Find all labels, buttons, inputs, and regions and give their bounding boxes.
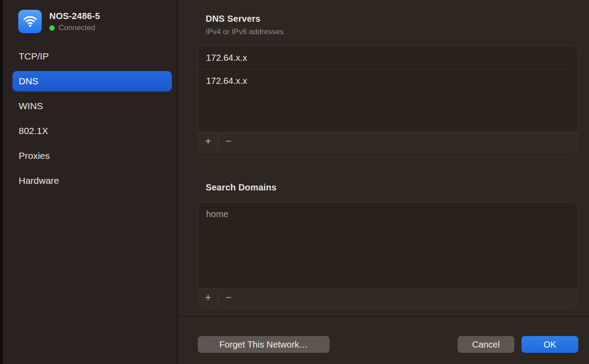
footer-separator: [179, 316, 589, 317]
search-domain-add-button[interactable]: +: [198, 289, 218, 308]
sidebar-item-proxies[interactable]: Proxies: [12, 146, 172, 166]
sidebar-item-tcp-ip[interactable]: TCP/IP: [12, 46, 172, 67]
dns-server-row[interactable]: 172.64.x.x: [198, 46, 569, 69]
dns-servers-listbox: 172.64.x.x172.64.x.x + −: [198, 46, 578, 152]
network-header: NOS-2486-5 Connected: [18, 10, 100, 33]
sidebar-item-hardware[interactable]: Hardware: [12, 170, 172, 191]
search-domains-listbox: home + −: [198, 202, 578, 309]
sidebar: NOS-2486-5 Connected TCP/IPDNSWINS802.1X…: [3, 0, 178, 364]
cancel-button[interactable]: Cancel: [458, 336, 514, 353]
network-status: Connected: [49, 24, 100, 32]
search-domain-remove-button[interactable]: −: [219, 289, 239, 308]
sidebar-nav: TCP/IPDNSWINS802.1XProxiesHardware: [12, 46, 172, 195]
dns-servers-footer: + −: [198, 132, 577, 152]
search-domains-footer: + −: [198, 288, 577, 308]
dns-server-row[interactable]: 172.64.x.x: [198, 69, 569, 92]
dns-servers-title: DNS Servers: [206, 14, 260, 24]
dns-servers-rows: 172.64.x.x172.64.x.x: [198, 46, 577, 92]
search-domain-row[interactable]: home: [198, 202, 569, 226]
ok-button[interactable]: OK: [521, 336, 578, 353]
sidebar-item-wins[interactable]: WINS: [12, 96, 172, 116]
dns-remove-button[interactable]: −: [219, 132, 239, 152]
search-domains-rows: home: [198, 202, 577, 226]
dns-servers-subtitle: IPv4 or IPv6 addresses: [206, 28, 284, 36]
connected-dot: [49, 25, 55, 31]
search-domains-title: Search Domains: [206, 182, 277, 193]
network-status-label: Connected: [59, 24, 95, 32]
sidebar-item-802-1x[interactable]: 802.1X: [12, 121, 172, 141]
network-meta: NOS-2486-5 Connected: [49, 11, 100, 32]
dns-add-button[interactable]: +: [198, 132, 218, 152]
wifi-icon: [18, 10, 42, 33]
forget-network-button[interactable]: Forget This Network…: [198, 336, 330, 353]
network-name: NOS-2486-5: [49, 11, 100, 21]
sidebar-item-dns[interactable]: DNS: [12, 71, 172, 91]
main-panel: DNS Servers IPv4 or IPv6 addresses 172.6…: [179, 0, 589, 364]
network-details-window: NOS-2486-5 Connected TCP/IPDNSWINS802.1X…: [0, 0, 589, 364]
